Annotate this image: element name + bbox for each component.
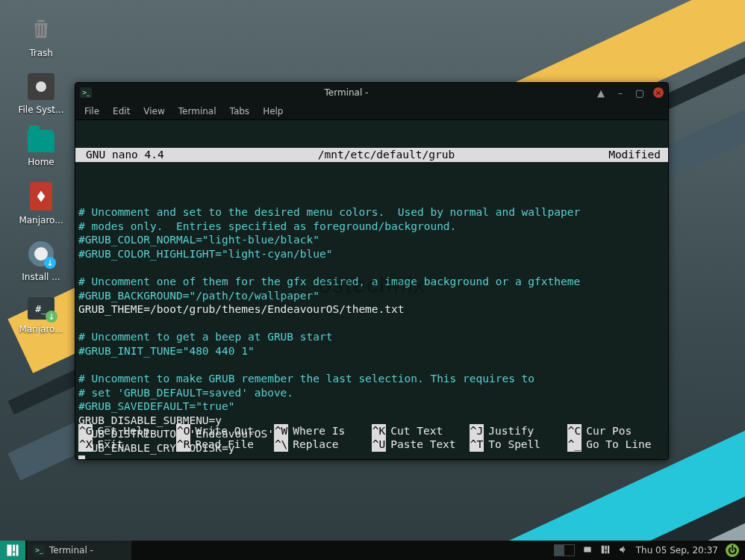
nano-shortcut: ^JJustify	[470, 424, 567, 438]
svg-rect-0	[7, 545, 12, 556]
nano-line: # set 'GRUB_DEFAULT=saved' above.	[78, 386, 665, 400]
nano-shortcut: ^UPaste Text	[372, 438, 470, 452]
terminal-icon: >_	[80, 87, 92, 98]
window-close-button[interactable]: ✕	[653, 87, 664, 98]
terminal-output[interactable]: GNU nano 4.4 /mnt/etc/default/grub Modif…	[75, 120, 668, 459]
nano-line: #GRUB_COLOR_HIGHLIGHT="light-cyan/blue"	[78, 247, 665, 261]
nano-status: Modified	[608, 148, 664, 162]
nano-line: # Uncomment and set to the desired menu …	[78, 205, 665, 220]
nano-shortcut-label: Justify	[484, 424, 534, 438]
installer-icon: ↓	[28, 240, 54, 267]
desktop-icon-label: Home	[13, 157, 69, 167]
menu-edit[interactable]: Edit	[113, 106, 130, 116]
nano-shortcut: ^KCut Text	[372, 424, 470, 438]
window-controls: ▲ – ▢ ✕	[595, 87, 664, 99]
desktop-icon-install[interactable]: ↓ Install ...	[13, 240, 69, 282]
nano-shortcut: ^\Replace	[274, 438, 372, 452]
menu-terminal[interactable]: Terminal	[178, 106, 216, 116]
nano-shortcut-key: ^U	[372, 438, 386, 452]
window-maximize-button[interactable]: ▢	[634, 87, 646, 99]
folder-icon	[28, 130, 54, 152]
svg-rect-5	[601, 545, 604, 553]
svg-rect-7	[608, 545, 609, 553]
nano-line: #GRUB_INIT_TUNE="480 440 1"	[78, 344, 665, 358]
nano-line	[78, 358, 665, 373]
tray-manjaro-icon[interactable]	[600, 544, 611, 557]
desktop-icon-manjaro-arch[interactable]: #_↓ Manjaro...	[13, 297, 69, 335]
window-titlebar[interactable]: >_ Terminal - ▲ – ▢ ✕	[75, 83, 668, 102]
menu-tabs[interactable]: Tabs	[230, 106, 250, 116]
nano-shortcut: ^_Go To Line	[567, 438, 665, 452]
nano-shortcut-key: ^R	[176, 438, 190, 452]
nano-line: # Uncomment to get a beep at GRUB start	[78, 330, 665, 344]
volume-icon[interactable]	[618, 544, 629, 557]
nano-shortcut: ^XExit	[78, 438, 176, 452]
nano-shortcut-label: Exit	[93, 438, 123, 452]
start-menu-button[interactable]	[0, 541, 25, 560]
nano-shortcut-key: ^G	[78, 424, 93, 438]
desktop-icon-trash[interactable]: Trash	[13, 13, 69, 58]
nano-shortcut: ^CCur Pos	[567, 424, 665, 438]
nano-shortcut-key: ^O	[176, 424, 190, 438]
desktop-icon-home[interactable]: Home	[13, 130, 69, 167]
pdf-icon	[30, 182, 52, 211]
nano-shortcut-label: Cur Pos	[582, 424, 632, 438]
nano-line	[78, 317, 665, 331]
desktop-icons: Trash File Syst... Home Manjaro... ↓ Ins…	[13, 13, 69, 349]
taskbar-app-terminal[interactable]: >_ Terminal -	[27, 541, 131, 560]
terminal-icon: >_	[33, 545, 45, 556]
removable-media-icon[interactable]	[582, 544, 593, 557]
svg-rect-8	[605, 550, 606, 553]
desktop-icon-label: Manjaro...	[13, 215, 69, 225]
nano-header: GNU nano 4.4 /mnt/etc/default/grub Modif…	[75, 148, 668, 162]
power-button-icon[interactable]: ⏻	[726, 544, 739, 557]
svg-rect-2	[16, 545, 19, 556]
nano-line	[78, 261, 665, 275]
menu-view[interactable]: View	[143, 106, 164, 116]
terminal-window: >_ Terminal - ▲ – ▢ ✕ File Edit View Ter…	[75, 82, 669, 460]
nano-shortcut-label: Get Help	[93, 424, 149, 438]
nano-shortcut-key: ^X	[78, 438, 93, 452]
svg-rect-1	[13, 545, 15, 552]
menu-help[interactable]: Help	[263, 106, 283, 116]
nano-shortcut-key: ^K	[372, 424, 386, 438]
desktop-icon-label: Install ...	[13, 272, 69, 282]
workspace-switcher[interactable]	[554, 544, 575, 556]
nano-line: # modes only. Entries specified as foreg…	[78, 220, 665, 234]
window-minimize-button[interactable]: –	[614, 87, 626, 99]
drive-icon	[28, 73, 54, 100]
trash-icon	[26, 13, 56, 43]
terminal-menubar: File Edit View Terminal Tabs Help	[75, 102, 668, 120]
svg-rect-6	[605, 545, 606, 550]
desktop-icon-label: Manjaro...	[13, 324, 69, 335]
nano-shortcut: ^GGet Help	[78, 424, 176, 438]
nano-shortcut: ^RRead File	[176, 438, 274, 452]
nano-line	[78, 191, 665, 205]
window-keep-above-button[interactable]: ▲	[595, 87, 607, 99]
nano-shortcut-label: Write Out	[190, 424, 254, 438]
nano-file-path: /mnt/etc/default/grub	[164, 148, 608, 162]
nano-line: #GRUB_COLOR_NORMAL="light-blue/black"	[78, 233, 665, 247]
nano-shortcut-key: ^T	[470, 438, 484, 452]
nano-line: #GRUB_BACKGROUND="/path/to/wallpaper"	[78, 289, 665, 303]
window-title: Terminal -	[98, 87, 595, 98]
nano-shortcut-key: ^C	[567, 424, 582, 438]
nano-shortcut: ^WWhere Is	[274, 424, 372, 438]
desktop-icon-manjaro-pdf[interactable]: Manjaro...	[13, 182, 69, 225]
taskbar: >_ Terminal - Thu 05 Sep, 20:37 ⏻	[0, 541, 745, 560]
nano-shortcut-label: Paste Text	[386, 438, 455, 452]
nano-editor-content[interactable]: # Uncomment and set to the desired menu …	[75, 190, 668, 459]
menu-file[interactable]: File	[84, 106, 99, 116]
desktop-icon-filesystem[interactable]: File Syst...	[13, 73, 69, 115]
clock[interactable]: Thu 05 Sep, 20:37	[636, 545, 718, 556]
nano-shortcut-key: ^J	[470, 424, 484, 438]
nano-shortcut-key: ^\	[274, 438, 288, 452]
nano-shortcut-bar: ^GGet Help^OWrite Out^WWhere Is^KCut Tex…	[75, 421, 668, 459]
svg-rect-3	[13, 553, 15, 556]
svg-rect-4	[584, 547, 590, 552]
nano-line: # Uncomment one of them for the gfx desi…	[78, 275, 665, 289]
taskbar-app-label: Terminal -	[49, 545, 93, 556]
nano-line: # Uncomment to make GRUB remember the la…	[78, 372, 665, 386]
nano-shortcut-key: ^W	[274, 424, 288, 438]
nano-shortcut-key: ^_	[567, 438, 582, 452]
